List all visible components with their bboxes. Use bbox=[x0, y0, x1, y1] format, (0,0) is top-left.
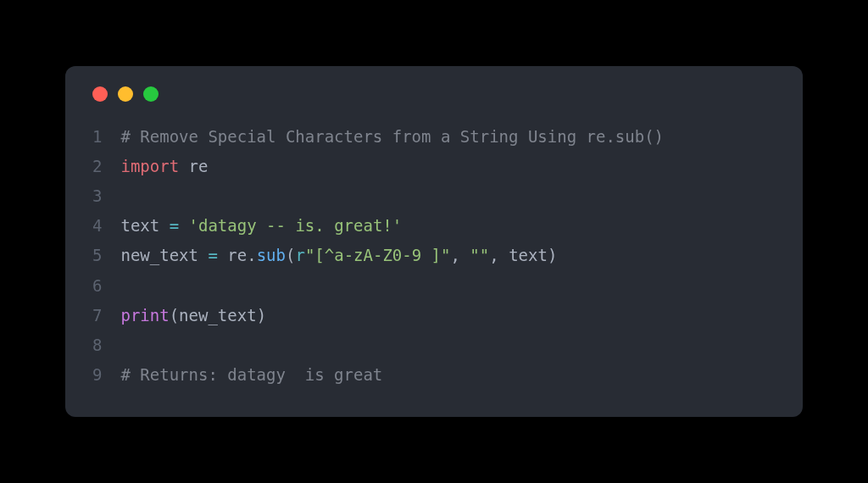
argument-name: new_text bbox=[179, 306, 257, 325]
code-line[interactable]: text = 'datagy -- is. great!' bbox=[120, 211, 664, 241]
keyword-import: import bbox=[120, 157, 179, 175]
variable-name: new_text bbox=[120, 246, 198, 264]
minimize-icon[interactable] bbox=[118, 86, 133, 102]
code-line[interactable]: import re bbox=[120, 152, 664, 181]
maximize-icon[interactable] bbox=[143, 86, 159, 102]
code-editor-window: 1 2 3 4 5 6 7 8 9 # Remove Special Chara… bbox=[65, 66, 803, 417]
argument-name: text bbox=[509, 246, 548, 264]
variable-name: text bbox=[120, 216, 159, 235]
string-literal: 'datagy -- is. great!' bbox=[189, 216, 403, 235]
code-line[interactable]: # Remove Special Characters from a Strin… bbox=[120, 122, 664, 152]
string-literal: "" bbox=[470, 246, 489, 264]
code-area[interactable]: 1 2 3 4 5 6 7 8 9 # Remove Special Chara… bbox=[92, 122, 776, 390]
paren-close: ) bbox=[548, 246, 557, 264]
line-number: 1 bbox=[92, 122, 102, 152]
close-icon[interactable] bbox=[92, 86, 108, 102]
line-number: 4 bbox=[92, 211, 102, 241]
line-number: 3 bbox=[92, 181, 102, 211]
comma-token: , bbox=[489, 246, 509, 264]
line-number-gutter: 1 2 3 4 5 6 7 8 9 bbox=[92, 122, 102, 390]
paren-open: ( bbox=[170, 306, 179, 325]
paren-close: ) bbox=[257, 306, 266, 325]
line-number: 5 bbox=[92, 241, 102, 270]
module-name: re bbox=[189, 157, 209, 175]
line-number: 6 bbox=[92, 271, 102, 301]
line-number: 7 bbox=[92, 301, 102, 330]
code-line[interactable] bbox=[120, 271, 664, 301]
code-line[interactable]: new_text = re.sub(r"[^a-zA-Z0-9 ]", "", … bbox=[120, 241, 664, 270]
dot-token: . bbox=[247, 246, 256, 264]
line-number: 2 bbox=[92, 152, 102, 181]
builtin-function: print bbox=[120, 306, 169, 325]
object-name: re bbox=[227, 246, 247, 264]
operator-assign: = bbox=[159, 216, 188, 235]
line-number: 9 bbox=[92, 360, 102, 390]
operator-assign: = bbox=[198, 246, 227, 264]
raw-prefix: r bbox=[295, 246, 304, 264]
function-name: sub bbox=[257, 246, 286, 264]
paren-open: ( bbox=[286, 246, 295, 264]
string-literal: "[^a-zA-Z0-9 ]" bbox=[305, 246, 451, 264]
code-line[interactable] bbox=[120, 181, 664, 211]
code-line[interactable]: # Returns: datagy is great bbox=[120, 360, 664, 390]
code-content[interactable]: # Remove Special Characters from a Strin… bbox=[120, 122, 664, 390]
code-line[interactable]: print(new_text) bbox=[120, 301, 664, 330]
code-line[interactable] bbox=[120, 330, 664, 360]
comma-token: , bbox=[450, 246, 470, 264]
line-number: 8 bbox=[92, 330, 102, 360]
comment-token: # Remove Special Characters from a Strin… bbox=[120, 127, 664, 146]
comment-token: # Returns: datagy is great bbox=[120, 365, 382, 384]
traffic-lights bbox=[92, 86, 776, 102]
